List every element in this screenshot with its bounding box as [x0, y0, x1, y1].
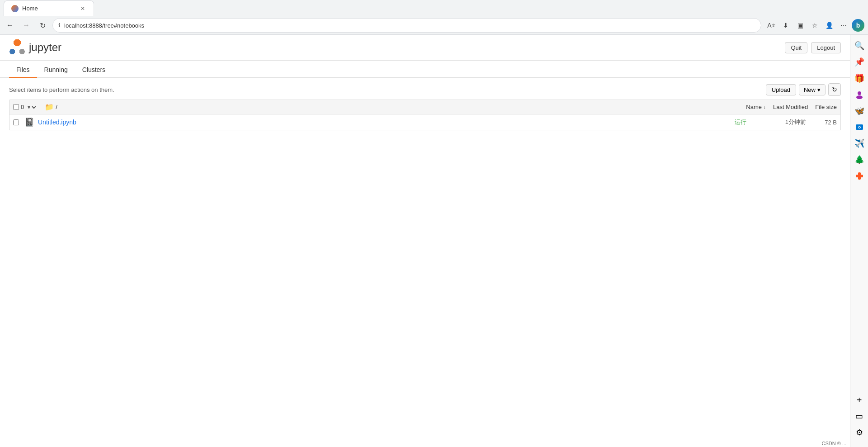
main-layout: jupyter Quit Logout Files Running Cluste… — [0, 35, 868, 447]
file-table-header: 0 ▾ 📁 / Name ↓ — [9, 100, 840, 114]
new-dropdown-arrow: ▾ — [817, 86, 821, 93]
tool-ext-icon — [855, 171, 864, 181]
ext-tree-button[interactable]: 🌲 — [852, 152, 867, 167]
ext-pin-button[interactable]: 📌 — [852, 55, 867, 69]
status-text: CSDN © ... — [821, 441, 846, 446]
sort-name-label: Name — [746, 104, 762, 110]
ext-sidebar-bottom: + ▭ ⚙ — [852, 393, 867, 443]
jupyter-logo: jupyter — [9, 39, 61, 56]
user-ext-icon — [855, 90, 864, 99]
profile-icon[interactable]: 👤 — [823, 19, 835, 32]
back-button[interactable]: ← — [4, 19, 16, 32]
file-size: 72 B — [810, 119, 837, 126]
sort-name-arrow: ↓ — [764, 105, 766, 109]
ext-add-button[interactable]: + — [852, 393, 867, 407]
browser-tab[interactable]: Home ✕ — [4, 0, 94, 16]
tab-running[interactable]: Running — [37, 62, 75, 78]
security-icon: ℹ — [58, 22, 61, 29]
svg-point-1 — [856, 95, 863, 99]
sort-modified-col[interactable]: Last Modified — [773, 104, 808, 110]
ext-user-button[interactable] — [852, 87, 867, 102]
sort-size-col[interactable]: File size — [815, 104, 837, 110]
status-bar: CSDN © ... — [818, 440, 850, 447]
file-modified-time: 1分钟前 — [752, 118, 806, 126]
jupyter-logo-text: jupyter — [29, 41, 61, 54]
ext-plane-button[interactable]: ✈️ — [852, 136, 867, 151]
favorites-icon[interactable]: ☆ — [808, 19, 821, 32]
refresh-icon: ↻ — [832, 86, 837, 93]
breadcrumb-nav: 📁 / — [45, 103, 57, 111]
select-info-text: Select items to perform actions on them. — [9, 86, 114, 93]
ext-gift-button[interactable]: 🎁 — [852, 71, 867, 86]
header-sort-area: Name ↓ Last Modified File size — [746, 104, 837, 110]
notebook-icon: 📓 — [24, 117, 34, 127]
upload-button[interactable]: Upload — [766, 84, 796, 95]
extension-sidebar: 🔍 📌 🎁 🦋 O ✈️ 🌲 + ▭ ⚙ — [850, 35, 868, 447]
download-icon[interactable]: ⬇ — [779, 19, 792, 32]
url-text: localhost:8888/tree#notebooks — [64, 22, 755, 29]
svg-rect-5 — [856, 175, 863, 177]
breadcrumb-path: / — [56, 104, 57, 110]
sort-size-label: File size — [815, 104, 837, 110]
file-checkbox[interactable] — [13, 119, 19, 125]
main-content: jupyter Quit Logout Files Running Cluste… — [0, 35, 850, 447]
address-bar[interactable]: ℹ localhost:8888/tree#notebooks — [52, 18, 761, 33]
translate-icon[interactable]: A文 — [765, 19, 778, 32]
jupyter-header: jupyter Quit Logout — [0, 35, 850, 61]
sidebar-toggle-icon[interactable]: ▣ — [794, 19, 807, 32]
tab-clusters[interactable]: Clusters — [75, 62, 113, 78]
new-dropdown-button[interactable]: New ▾ — [799, 84, 826, 95]
file-name-link[interactable]: Untitled.ipynb — [38, 119, 731, 126]
tab-close-button[interactable]: ✕ — [79, 5, 86, 12]
file-browser: Select items to perform actions on them.… — [0, 78, 850, 136]
folder-icon: 📁 — [45, 103, 54, 111]
tab-title: Home — [22, 5, 38, 12]
tab-favicon — [11, 5, 19, 12]
file-actions-row: Select items to perform actions on them.… — [9, 83, 841, 96]
ext-outlook-button[interactable]: O — [852, 120, 867, 134]
sort-name-col[interactable]: Name ↓ — [746, 104, 766, 110]
forward-button[interactable]: → — [20, 19, 33, 32]
address-bar-row: ← → ↻ ℹ localhost:8888/tree#notebooks A文… — [0, 16, 868, 34]
svg-text:O: O — [858, 125, 860, 129]
reload-button[interactable]: ↻ — [36, 19, 49, 32]
ext-search-button[interactable]: 🔍 — [852, 38, 867, 53]
jupyter-logo-icon — [9, 39, 25, 56]
browser-chrome: Home ✕ ← → ↻ ℹ localhost:8888/tree#noteb… — [0, 0, 868, 35]
refresh-button[interactable]: ↻ — [828, 83, 841, 96]
ext-sidebar-toggle-bottom[interactable]: ▭ — [852, 409, 867, 423]
table-row: 📓 Untitled.ipynb 运行 1分钟前 72 B — [9, 114, 840, 130]
tab-bar: Home ✕ — [0, 0, 868, 16]
ext-settings-button[interactable]: ⚙ — [852, 425, 867, 440]
new-label: New — [804, 86, 816, 93]
svg-point-0 — [858, 91, 861, 95]
logout-button[interactable]: Logout — [811, 42, 841, 53]
edge-logo[interactable]: b — [852, 19, 864, 32]
ext-butterfly-button[interactable]: 🦋 — [852, 104, 867, 118]
ext-tool-button[interactable] — [852, 169, 867, 183]
header-checkbox-area: 0 ▾ — [13, 104, 38, 111]
browser-actions: A文 ⬇ ▣ ☆ 👤 ⋯ b — [765, 19, 864, 32]
sort-dropdown[interactable]: ▾ — [26, 104, 38, 111]
quit-button[interactable]: Quit — [785, 42, 807, 53]
selected-count: 0 — [21, 104, 24, 110]
select-all-checkbox[interactable] — [13, 104, 19, 110]
outlook-icon: O — [855, 123, 864, 132]
header-buttons: Quit Logout — [785, 42, 841, 53]
file-table: 0 ▾ 📁 / Name ↓ — [9, 100, 841, 130]
tab-files[interactable]: Files — [9, 62, 37, 78]
file-action-buttons: Upload New ▾ ↻ — [766, 83, 841, 96]
file-running-status: 运行 — [735, 118, 746, 126]
sort-modified-label: Last Modified — [773, 104, 808, 110]
jupyter-tabs: Files Running Clusters — [0, 62, 850, 78]
more-icon[interactable]: ⋯ — [837, 19, 850, 32]
